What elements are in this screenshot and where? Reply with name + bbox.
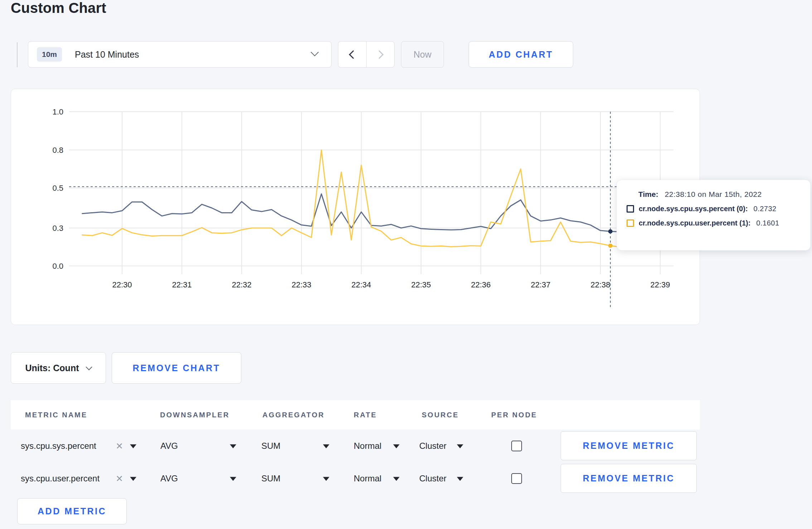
tooltip-series-value: 0.2732 [754,205,777,213]
chevron-left-icon [349,50,358,59]
remove-metric-button[interactable]: REMOVE METRIC [561,464,697,493]
col-header-metric-name: METRIC NAME [25,411,87,419]
svg-text:1.0: 1.0 [52,107,63,116]
clear-metric-icon[interactable]: ✕ [116,474,123,483]
svg-text:22:37: 22:37 [531,280,550,289]
metric-row: sys.cpu.user.percent ✕ AVG SUM Normal Cl… [11,462,700,495]
metric-caret-down-icon[interactable] [130,444,136,448]
col-header-per-node: PER NODE [491,411,537,419]
chevron-right-icon [375,50,383,59]
page-title: Custom Chart [11,0,106,16]
time-range-select[interactable]: 10m Past 10 Minutes [28,41,332,68]
svg-text:22:30: 22:30 [112,280,132,289]
svg-text:22:38: 22:38 [590,280,610,289]
toolbar-accent-divider [17,42,18,67]
tooltip-series-name: cr.node.sys.cpu.user.percent (1): [639,219,750,227]
chart-card: 0.00.30.50.81.022:3022:3122:3222:3322:34… [11,89,700,325]
time-nav-group [338,41,395,68]
chevron-down-icon [86,364,92,370]
downsampler-caret-down-icon[interactable] [230,444,236,448]
svg-text:22:33: 22:33 [291,280,311,289]
metrics-table: METRIC NAME DOWNSAMPLER AGGREGATOR RATE … [11,400,700,495]
chart-tooltip: Time: 22:38:10 on Mar 15th, 2022 cr.node… [617,180,811,251]
downsampler-caret-down-icon[interactable] [230,477,236,481]
per-node-checkbox[interactable] [511,473,522,484]
tooltip-series-value: 0.1601 [756,219,779,227]
time-range-label: Past 10 Minutes [75,49,139,60]
series-sys-swatch-icon [627,205,634,213]
svg-text:22:35: 22:35 [411,280,431,289]
metric-name-value[interactable]: sys.cpu.user.percent [21,474,100,484]
series-user-swatch-icon [627,219,634,227]
source-select[interactable]: Cluster [419,441,446,451]
col-header-downsampler: DOWNSAMPLER [160,411,229,419]
col-header-source: SOURCE [422,411,459,419]
downsampler-select[interactable]: AVG [160,441,178,451]
svg-text:0.8: 0.8 [52,146,63,155]
rate-caret-down-icon[interactable] [393,477,400,481]
chart-footer: Units: Count REMOVE CHART [0,352,812,384]
col-header-aggregator: AGGREGATOR [262,411,325,419]
units-select[interactable]: Units: Count [11,352,106,384]
chart-canvas[interactable]: 0.00.30.50.81.022:3022:3122:3222:3322:34… [11,89,700,325]
svg-text:22:39: 22:39 [650,280,670,289]
metric-name-value[interactable]: sys.cpu.sys.percent [21,441,96,451]
tooltip-series-name: cr.node.sys.cpu.sys.percent (0): [639,205,748,213]
svg-text:0.5: 0.5 [52,184,63,193]
units-label: Units: Count [25,363,79,373]
time-range-badge: 10m [37,47,62,62]
svg-text:0.0: 0.0 [52,262,63,271]
per-node-checkbox[interactable] [511,441,522,451]
aggregator-select[interactable]: SUM [261,441,280,451]
svg-text:22:34: 22:34 [351,280,371,289]
chevron-down-icon [311,48,319,57]
remove-chart-button[interactable]: REMOVE CHART [112,352,241,384]
metric-caret-down-icon[interactable] [130,477,136,481]
svg-text:22:31: 22:31 [172,280,192,289]
aggregator-select[interactable]: SUM [261,474,280,484]
toolbar: 10m Past 10 Minutes Now ADD CHART [0,41,812,68]
metric-row: sys.cpu.sys.percent ✕ AVG SUM Normal Clu… [11,429,700,462]
aggregator-caret-down-icon[interactable] [323,477,329,481]
svg-text:22:36: 22:36 [471,280,490,289]
source-caret-down-icon[interactable] [457,477,463,481]
downsampler-select[interactable]: AVG [160,474,178,484]
source-select[interactable]: Cluster [419,474,446,484]
svg-text:0.3: 0.3 [52,224,63,233]
add-metric-button[interactable]: ADD METRIC [17,498,127,524]
tooltip-time-label: Time: [638,190,658,199]
next-range-button[interactable] [366,42,395,67]
tooltip-time-value: 22:38:10 on Mar 15th, 2022 [665,190,762,199]
add-chart-button[interactable]: ADD CHART [469,41,573,68]
svg-text:22:32: 22:32 [232,280,251,289]
prev-range-button[interactable] [338,42,366,67]
source-caret-down-icon[interactable] [457,444,463,448]
rate-select[interactable]: Normal [354,474,381,484]
now-button[interactable]: Now [401,41,444,68]
aggregator-caret-down-icon[interactable] [323,444,329,448]
remove-metric-button[interactable]: REMOVE METRIC [561,431,697,460]
rate-select[interactable]: Normal [354,441,381,451]
clear-metric-icon[interactable]: ✕ [116,441,123,450]
col-header-rate: RATE [354,411,377,419]
metrics-table-header: METRIC NAME DOWNSAMPLER AGGREGATOR RATE … [11,400,700,429]
rate-caret-down-icon[interactable] [393,444,400,448]
